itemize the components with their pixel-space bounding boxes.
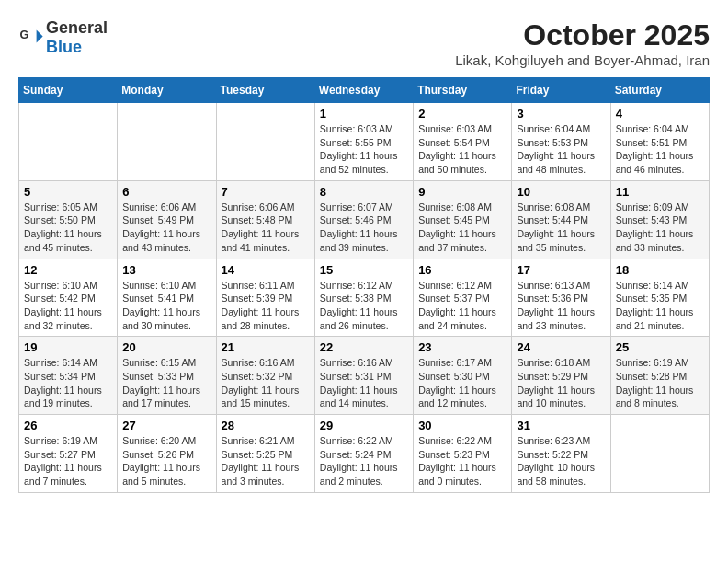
month-title: October 2025 [455,18,710,52]
svg-text:G: G [19,29,28,41]
logo-text-general: General [46,18,108,37]
day-info: Sunrise: 6:08 AM Sunset: 5:45 PM Dayligh… [418,201,506,255]
calendar-table: SundayMondayTuesdayWednesdayThursdayFrid… [18,77,710,493]
day-info: Sunrise: 6:14 AM Sunset: 5:34 PM Dayligh… [24,356,112,410]
day-number: 18 [616,263,704,277]
header: G General Blue October 2025 Likak, Kohgi… [18,18,710,68]
calendar-cell: 27Sunrise: 6:20 AM Sunset: 5:26 PM Dayli… [118,415,216,493]
calendar-cell: 6Sunrise: 6:06 AM Sunset: 5:49 PM Daylig… [118,180,216,259]
calendar-cell: 15Sunrise: 6:12 AM Sunset: 5:38 PM Dayli… [314,259,413,337]
day-number: 17 [517,263,605,277]
week-row-4: 19Sunrise: 6:14 AM Sunset: 5:34 PM Dayli… [19,337,710,415]
calendar-cell: 22Sunrise: 6:16 AM Sunset: 5:31 PM Dayli… [314,337,413,415]
calendar-cell: 23Sunrise: 6:17 AM Sunset: 5:30 PM Dayli… [414,337,512,415]
week-row-2: 5Sunrise: 6:05 AM Sunset: 5:50 PM Daylig… [19,180,710,259]
day-number: 4 [616,107,704,121]
calendar-cell: 13Sunrise: 6:10 AM Sunset: 5:41 PM Dayli… [118,259,216,337]
day-info: Sunrise: 6:04 AM Sunset: 5:53 PM Dayligh… [517,122,605,177]
calendar-cell: 29Sunrise: 6:22 AM Sunset: 5:24 PM Dayli… [314,415,413,493]
day-info: Sunrise: 6:20 AM Sunset: 5:26 PM Dayligh… [122,434,210,488]
day-number: 8 [320,185,408,199]
day-info: Sunrise: 6:21 AM Sunset: 5:25 PM Dayligh… [222,434,310,488]
day-number: 13 [122,263,210,277]
day-number: 14 [222,263,310,277]
calendar-cell: 2Sunrise: 6:03 AM Sunset: 5:54 PM Daylig… [414,103,512,181]
day-info: Sunrise: 6:19 AM Sunset: 5:27 PM Dayligh… [24,434,112,488]
day-info: Sunrise: 6:23 AM Sunset: 5:22 PM Dayligh… [517,434,605,488]
svg-marker-1 [37,30,43,43]
day-number: 16 [418,263,506,277]
location-title: Likak, Kohgiluyeh and Boyer-Ahmad, Iran [455,52,710,68]
day-number: 19 [24,340,112,354]
day-info: Sunrise: 6:13 AM Sunset: 5:36 PM Dayligh… [517,279,605,333]
day-info: Sunrise: 6:06 AM Sunset: 5:48 PM Dayligh… [222,201,310,255]
day-info: Sunrise: 6:11 AM Sunset: 5:39 PM Dayligh… [222,279,310,333]
weekday-header-wednesday: Wednesday [314,78,413,103]
day-info: Sunrise: 6:19 AM Sunset: 5:28 PM Dayligh… [616,356,704,410]
week-row-3: 12Sunrise: 6:10 AM Sunset: 5:42 PM Dayli… [19,259,710,337]
day-number: 29 [320,419,408,432]
day-number: 31 [517,419,605,432]
day-number: 2 [418,107,506,121]
day-number: 15 [320,263,408,277]
logo-icon: G [18,25,44,51]
calendar-cell: 4Sunrise: 6:04 AM Sunset: 5:51 PM Daylig… [610,103,709,181]
day-info: Sunrise: 6:07 AM Sunset: 5:46 PM Dayligh… [320,201,408,255]
day-info: Sunrise: 6:04 AM Sunset: 5:51 PM Dayligh… [616,122,704,177]
day-number: 1 [320,107,408,121]
weekday-header-thursday: Thursday [414,78,512,103]
calendar-cell: 21Sunrise: 6:16 AM Sunset: 5:32 PM Dayli… [216,337,314,415]
calendar-cell: 20Sunrise: 6:15 AM Sunset: 5:33 PM Dayli… [118,337,216,415]
day-info: Sunrise: 6:03 AM Sunset: 5:55 PM Dayligh… [320,122,408,177]
calendar-cell: 10Sunrise: 6:08 AM Sunset: 5:44 PM Dayli… [512,180,610,259]
day-info: Sunrise: 6:03 AM Sunset: 5:54 PM Dayligh… [418,122,506,177]
calendar-cell: 8Sunrise: 6:07 AM Sunset: 5:46 PM Daylig… [314,180,413,259]
day-number: 23 [418,340,506,354]
day-info: Sunrise: 6:16 AM Sunset: 5:31 PM Dayligh… [320,356,408,410]
day-number: 12 [24,263,112,277]
title-section: October 2025 Likak, Kohgiluyeh and Boyer… [455,18,710,68]
day-info: Sunrise: 6:10 AM Sunset: 5:41 PM Dayligh… [122,279,210,333]
day-number: 9 [418,185,506,199]
day-number: 5 [24,185,112,199]
calendar-cell: 24Sunrise: 6:18 AM Sunset: 5:29 PM Dayli… [512,337,610,415]
weekday-header-row: SundayMondayTuesdayWednesdayThursdayFrid… [19,78,710,103]
day-number: 26 [24,419,112,432]
calendar-cell: 12Sunrise: 6:10 AM Sunset: 5:42 PM Dayli… [19,259,118,337]
weekday-header-monday: Monday [118,78,216,103]
calendar-cell: 26Sunrise: 6:19 AM Sunset: 5:27 PM Dayli… [19,415,118,493]
calendar-cell: 5Sunrise: 6:05 AM Sunset: 5:50 PM Daylig… [19,180,118,259]
calendar-cell: 17Sunrise: 6:13 AM Sunset: 5:36 PM Dayli… [512,259,610,337]
calendar-cell: 9Sunrise: 6:08 AM Sunset: 5:45 PM Daylig… [414,180,512,259]
day-number: 6 [122,185,210,199]
day-info: Sunrise: 6:17 AM Sunset: 5:30 PM Dayligh… [418,356,506,410]
calendar-cell: 19Sunrise: 6:14 AM Sunset: 5:34 PM Dayli… [19,337,118,415]
weekday-header-friday: Friday [512,78,610,103]
day-info: Sunrise: 6:08 AM Sunset: 5:44 PM Dayligh… [517,201,605,255]
calendar-cell: 30Sunrise: 6:22 AM Sunset: 5:23 PM Dayli… [414,415,512,493]
day-info: Sunrise: 6:18 AM Sunset: 5:29 PM Dayligh… [517,356,605,410]
day-number: 7 [222,185,310,199]
weekday-header-saturday: Saturday [610,78,709,103]
day-info: Sunrise: 6:12 AM Sunset: 5:38 PM Dayligh… [320,279,408,333]
day-info: Sunrise: 6:22 AM Sunset: 5:23 PM Dayligh… [418,434,506,488]
day-info: Sunrise: 6:06 AM Sunset: 5:49 PM Dayligh… [122,201,210,255]
day-number: 24 [517,340,605,354]
week-row-5: 26Sunrise: 6:19 AM Sunset: 5:27 PM Dayli… [19,415,710,493]
day-info: Sunrise: 6:09 AM Sunset: 5:43 PM Dayligh… [616,201,704,255]
day-number: 20 [122,340,210,354]
day-info: Sunrise: 6:10 AM Sunset: 5:42 PM Dayligh… [24,279,112,333]
day-info: Sunrise: 6:12 AM Sunset: 5:37 PM Dayligh… [418,279,506,333]
calendar-cell: 1Sunrise: 6:03 AM Sunset: 5:55 PM Daylig… [314,103,413,181]
calendar-cell [118,103,216,181]
calendar-cell: 31Sunrise: 6:23 AM Sunset: 5:22 PM Dayli… [512,415,610,493]
calendar-cell: 25Sunrise: 6:19 AM Sunset: 5:28 PM Dayli… [610,337,709,415]
day-info: Sunrise: 6:22 AM Sunset: 5:24 PM Dayligh… [320,434,408,488]
calendar-cell: 11Sunrise: 6:09 AM Sunset: 5:43 PM Dayli… [610,180,709,259]
day-number: 10 [517,185,605,199]
day-info: Sunrise: 6:14 AM Sunset: 5:35 PM Dayligh… [616,279,704,333]
day-number: 25 [616,340,704,354]
calendar-cell: 3Sunrise: 6:04 AM Sunset: 5:53 PM Daylig… [512,103,610,181]
calendar-cell: 14Sunrise: 6:11 AM Sunset: 5:39 PM Dayli… [216,259,314,337]
calendar-cell: 7Sunrise: 6:06 AM Sunset: 5:48 PM Daylig… [216,180,314,259]
